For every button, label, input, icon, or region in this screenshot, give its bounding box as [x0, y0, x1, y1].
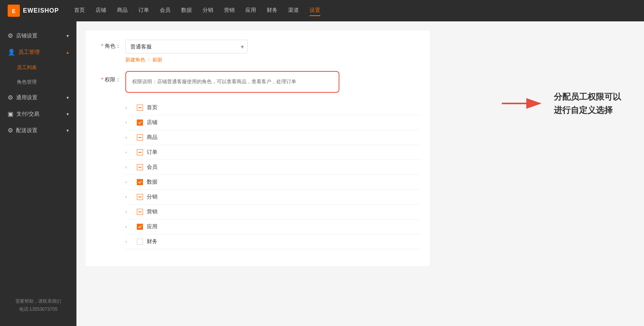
nav-store[interactable]: 店铺: [96, 5, 106, 16]
expand-affiliate-icon[interactable]: ›: [125, 194, 133, 200]
chevron-up-icon: ▴: [67, 50, 69, 55]
role-control: 普通客服 ▾ 新建角色 | 刷新: [125, 40, 420, 63]
permission-required-star: *: [101, 76, 103, 82]
checkbox-finance[interactable]: [137, 239, 143, 245]
chevron-down-icon-4: ▾: [67, 128, 69, 133]
sidebar-item-staff-list[interactable]: 员工列表: [0, 60, 76, 75]
checkbox-data[interactable]: [137, 179, 143, 185]
permission-item-member: › 会员: [125, 160, 420, 175]
refresh-link[interactable]: 刷新: [152, 56, 162, 63]
perm-affiliate-label: 分销: [147, 194, 157, 200]
chevron-down-icon-3: ▾: [67, 111, 69, 117]
staff-icon: 👤: [8, 48, 15, 56]
sidebar-sub-menu-staff: 员工列表 角色管理: [0, 60, 76, 89]
sidebar-item-general-settings[interactable]: ⚙ 通用设置 ▾: [0, 89, 76, 106]
permission-description-box: 权限说明：店铺普通客服使用的角色，可以查看商品，查看客户，处理订单: [125, 71, 339, 93]
expand-marketing-icon[interactable]: ›: [125, 209, 133, 215]
sidebar-menu: ⚙ 店铺设置 ▾ 👤 员工管理 ▴ 员工列表 角色管理 ⚙ 通用设置 ▾ ▣ 支…: [0, 27, 76, 139]
content-inner: * 角色： 普通客服 ▾ 新建角色 | 刷新: [86, 31, 430, 266]
sidebar-item-role-management[interactable]: 角色管理: [0, 75, 76, 89]
perm-order-label: 订单: [147, 149, 157, 156]
permission-item-data: › 数据: [125, 175, 420, 190]
checkbox-product[interactable]: [137, 134, 143, 140]
checkbox-marketing[interactable]: [137, 209, 143, 215]
nav-marketing[interactable]: 营销: [224, 5, 235, 16]
perm-product-label: 商品: [147, 134, 157, 141]
sidebar-footer: 需要帮助，请联系我们 电话:13553073705: [0, 291, 76, 320]
nav-app[interactable]: 应用: [245, 5, 256, 16]
perm-store-label: 店铺: [147, 119, 157, 126]
annotation-area: 分配员工权限可以进行自定义选择: [502, 90, 621, 117]
perm-home-label: 首页: [147, 104, 157, 111]
role-form-row: * 角色： 普通客服 ▾ 新建角色 | 刷新: [95, 40, 420, 63]
expand-member-icon[interactable]: ›: [125, 165, 133, 170]
svg-text:E: E: [12, 8, 15, 14]
permission-item-home: › 首页: [125, 100, 420, 115]
expand-finance-icon[interactable]: ›: [125, 239, 133, 244]
nav-data[interactable]: 数据: [181, 5, 192, 16]
store-settings-icon: ⚙: [8, 32, 13, 39]
chevron-down-icon-2: ▾: [67, 95, 69, 100]
sidebar-item-delivery-label: 配送设置: [16, 127, 37, 134]
perm-member-label: 会员: [147, 164, 157, 171]
required-star: *: [101, 43, 103, 49]
role-label: * 角色：: [95, 40, 125, 50]
permission-item-product: › 商品: [125, 130, 420, 145]
permission-item-app: › 应用: [125, 219, 420, 234]
sidebar-item-store-settings-label: 店铺设置: [16, 32, 37, 39]
permission-description: 权限说明：店铺普通客服使用的角色，可以查看商品，查看客户，处理订单: [132, 78, 333, 86]
sidebar: ⚙ 店铺设置 ▾ 👤 员工管理 ▴ 员工列表 角色管理 ⚙ 通用设置 ▾ ▣ 支…: [0, 21, 76, 326]
role-select-wrapper: 普通客服 ▾: [125, 40, 248, 53]
perm-app-label: 应用: [147, 223, 157, 230]
phone-number: 电话:13553073705: [8, 305, 69, 314]
nav-order[interactable]: 订单: [138, 5, 149, 16]
expand-data-icon[interactable]: ›: [125, 179, 133, 185]
permission-item-affiliate: › 分销: [125, 190, 420, 205]
permission-item-order: › 订单: [125, 145, 420, 160]
expand-order-icon[interactable]: ›: [125, 150, 133, 155]
nav-product[interactable]: 商品: [117, 5, 128, 16]
permission-list: › 首页 › 店铺 ›: [125, 100, 420, 249]
expand-product-icon[interactable]: ›: [125, 135, 133, 140]
sidebar-item-staff-label: 员工管理: [18, 49, 40, 56]
sidebar-item-store-settings[interactable]: ⚙ 店铺设置 ▾: [0, 27, 76, 44]
nav-affiliate[interactable]: 分销: [203, 5, 213, 16]
checkbox-order[interactable]: [137, 149, 143, 155]
form-links: 新建角色 | 刷新: [125, 56, 420, 63]
checkbox-member[interactable]: [137, 164, 143, 170]
expand-store-icon[interactable]: ›: [125, 120, 133, 125]
expand-home-icon[interactable]: ›: [125, 105, 133, 110]
checkbox-home[interactable]: [137, 105, 143, 111]
permission-label: * 权限：: [95, 71, 125, 83]
nav-home[interactable]: 首页: [74, 5, 85, 16]
checkbox-store[interactable]: [137, 119, 143, 126]
nav-menu: 首页 店铺 商品 订单 会员 数据 分销 营销 应用 财务 渠道 设置: [74, 5, 636, 16]
main-layout: ⚙ 店铺设置 ▾ 👤 员工管理 ▴ 员工列表 角色管理 ⚙ 通用设置 ▾ ▣ 支…: [0, 21, 644, 326]
delivery-icon: ⚙: [8, 127, 13, 134]
checkbox-affiliate[interactable]: [137, 194, 143, 200]
logo[interactable]: E EWEISHOP: [8, 5, 59, 17]
nav-member[interactable]: 会员: [160, 5, 170, 16]
sidebar-item-payment-label: 支付/交易: [16, 111, 39, 118]
help-text: 需要帮助，请联系我们: [8, 297, 69, 306]
permission-item-finance: › 财务: [125, 234, 420, 249]
checkbox-app[interactable]: [137, 224, 143, 230]
perm-data-label: 数据: [147, 179, 157, 186]
expand-app-icon[interactable]: ›: [125, 224, 133, 229]
new-role-link[interactable]: 新建角色: [125, 56, 145, 63]
nav-settings[interactable]: 设置: [310, 5, 320, 16]
sidebar-item-delivery[interactable]: ⚙ 配送设置 ▾: [0, 122, 76, 139]
sidebar-item-general-label: 通用设置: [16, 94, 37, 101]
perm-finance-label: 财务: [147, 238, 157, 245]
perm-marketing-label: 营销: [147, 208, 157, 215]
annotation-arrow-svg: [502, 92, 548, 115]
nav-channel[interactable]: 渠道: [288, 5, 299, 16]
sidebar-item-staff-management[interactable]: 👤 员工管理 ▴: [0, 44, 76, 60]
nav-finance[interactable]: 财务: [267, 5, 277, 16]
role-select[interactable]: 普通客服: [125, 40, 248, 53]
permission-item-store: › 店铺: [125, 115, 420, 130]
sidebar-item-payment[interactable]: ▣ 支付/交易 ▾: [0, 106, 76, 122]
content-area: * 角色： 普通客服 ▾ 新建角色 | 刷新: [76, 21, 644, 326]
brand-name: EWEISHOP: [23, 7, 59, 14]
annotation-text: 分配员工权限可以进行自定义选择: [554, 90, 621, 117]
